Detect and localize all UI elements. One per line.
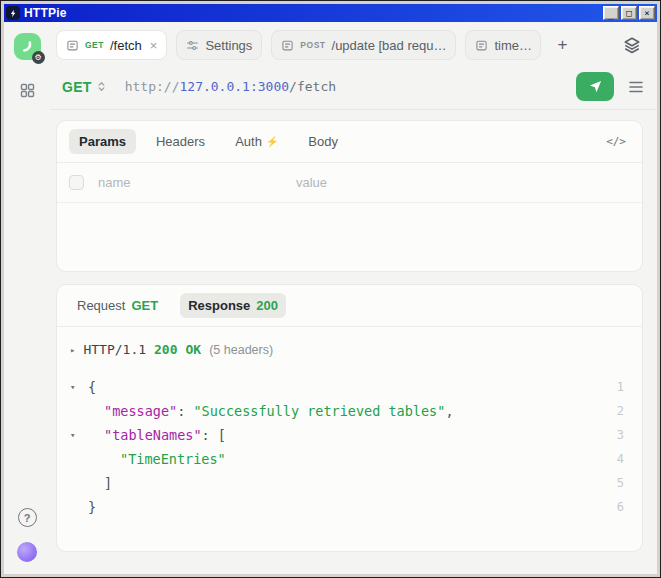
line-number: 6 — [617, 500, 624, 514]
tab-params[interactable]: Params — [69, 129, 136, 154]
app-window: HTTPie _ □ × ⚙ — [0, 0, 661, 578]
new-tab-button[interactable]: + — [550, 32, 574, 58]
send-button[interactable] — [576, 72, 614, 101]
collapse-icon[interactable]: ▾ — [70, 430, 88, 440]
request-doc-icon — [66, 39, 79, 52]
request-doc-icon — [281, 39, 294, 52]
main-area: GET /fetch × Settings POST /update [bad … — [50, 22, 657, 574]
close-icon[interactable]: × — [150, 38, 158, 53]
expand-headers-icon[interactable]: ▸ — [70, 345, 75, 355]
bolt-icon — [9, 9, 18, 18]
response-panel: Request GET Response 200 ▸ HTTP/1.1 200 … — [56, 284, 643, 552]
url-input[interactable]: http://127.0.0.1:3000/fetch — [125, 79, 336, 94]
tab-label: time… — [494, 38, 532, 53]
param-value-input[interactable]: value — [296, 175, 327, 190]
tab-get-fetch[interactable]: GET /fetch × — [56, 30, 167, 60]
collapse-icon[interactable]: ▾ — [70, 382, 88, 392]
window-title: HTTPie — [24, 6, 599, 20]
response-view-toggle[interactable]: Response 200 — [180, 293, 286, 318]
help-icon[interactable]: ? — [18, 508, 37, 527]
url-bar: GET http://127.0.0.1:3000/fetch — [50, 64, 657, 110]
send-icon — [588, 79, 603, 94]
status-line: ▸ HTTP/1.1 200 OK (5 headers) — [57, 327, 642, 359]
protocol: HTTP/1.1 — [83, 342, 146, 357]
httpie-logo[interactable]: ⚙ — [14, 33, 41, 60]
body-line: } 6 — [70, 495, 632, 519]
line-number: 3 — [617, 428, 624, 442]
gear-badge-icon: ⚙ — [32, 51, 45, 64]
app-body: ⚙ ? GET — [4, 22, 657, 574]
body-line: ▾ "tableNames": [ 3 — [70, 423, 632, 447]
url-scheme: http — [125, 79, 156, 94]
account-avatar[interactable] — [17, 542, 37, 562]
url-port: :3000 — [250, 79, 289, 94]
line-number: 4 — [617, 452, 624, 466]
response-status-badge: 200 — [256, 298, 278, 313]
response-label: Response — [188, 298, 250, 313]
close-button[interactable]: × — [639, 6, 655, 20]
sidebar: ⚙ ? — [4, 22, 50, 574]
title-bar[interactable]: HTTPie _ □ × — [4, 4, 657, 22]
layers-icon[interactable] — [623, 36, 645, 54]
tab-settings[interactable]: Settings — [176, 30, 262, 60]
url-separator: :// — [156, 79, 179, 94]
body-line: ] 5 — [70, 471, 632, 495]
url-host: 127.0.0.1 — [179, 79, 249, 94]
request-view-toggle[interactable]: Request GET — [69, 293, 166, 318]
line-number: 2 — [617, 404, 624, 418]
request-queue-icon[interactable] — [627, 78, 645, 96]
method-dropdown[interactable]: GET — [62, 79, 107, 95]
tab-label: Settings — [205, 38, 252, 53]
body-line: ▾ { 1 — [70, 375, 632, 399]
request-options-panel: Params Headers Auth ⚡ Body </> name valu… — [56, 120, 643, 272]
param-name-input[interactable]: name — [98, 175, 296, 190]
tab-auth-label: Auth — [235, 134, 262, 149]
method-label: GET — [62, 79, 92, 95]
status-reason: OK — [186, 342, 202, 357]
maximize-button[interactable]: □ — [621, 6, 637, 20]
response-header: Request GET Response 200 — [57, 285, 642, 326]
minimize-button[interactable]: _ — [603, 6, 619, 20]
workspace-grid-icon[interactable] — [19, 82, 36, 99]
bolt-icon: ⚡ — [266, 136, 278, 147]
response-body: ▾ { 1 "message": "Successfully retrieved… — [57, 359, 642, 519]
request-tab-bar: GET /fetch × Settings POST /update [bad … — [50, 22, 657, 64]
request-doc-icon — [475, 39, 488, 52]
tab-method-label: GET — [85, 40, 104, 50]
request-options-tabs: Params Headers Auth ⚡ Body </> — [57, 121, 642, 162]
headers-count: (5 headers) — [209, 343, 273, 357]
request-method: GET — [131, 298, 158, 313]
tab-headers[interactable]: Headers — [146, 129, 215, 154]
httpie-title-icon — [6, 6, 20, 20]
tab-label: /fetch — [110, 38, 142, 53]
body-line: "TimeEntries" 4 — [70, 447, 632, 471]
tab-label: /update [bad requ… — [332, 38, 447, 53]
code-view-icon[interactable]: </> — [606, 135, 630, 148]
status-code: 200 — [154, 342, 177, 357]
line-number: 5 — [617, 476, 624, 490]
line-number: 1 — [617, 380, 624, 394]
param-row: name value — [57, 163, 642, 203]
tab-body[interactable]: Body — [298, 129, 348, 154]
url-path: /fetch — [289, 79, 336, 94]
tab-method-label: POST — [300, 40, 325, 50]
tab-post-update[interactable]: POST /update [bad requ… — [271, 30, 456, 60]
sliders-icon — [186, 39, 199, 52]
param-checkbox[interactable] — [69, 175, 84, 190]
tab-auth[interactable]: Auth ⚡ — [225, 129, 288, 154]
request-label: Request — [77, 298, 125, 313]
body-line: "message": "Successfully retrieved table… — [70, 399, 632, 423]
chevron-updown-icon — [96, 81, 107, 92]
tab-time[interactable]: time… — [465, 30, 541, 60]
